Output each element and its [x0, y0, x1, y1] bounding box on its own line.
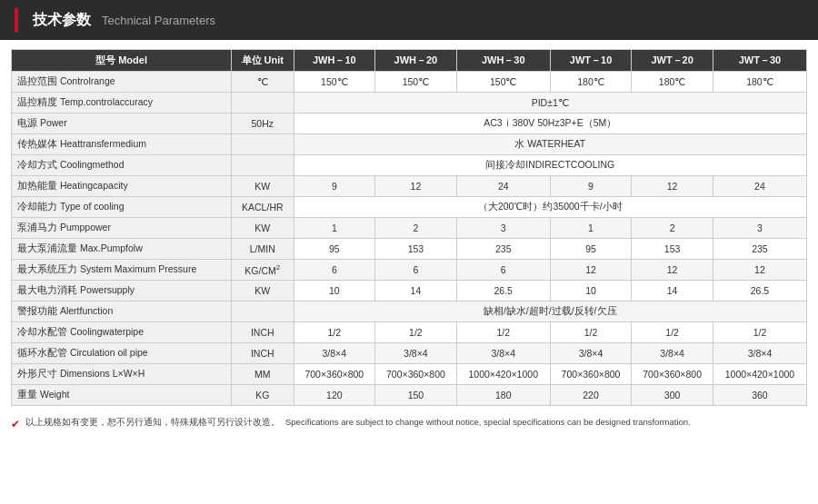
col-jwh20: JWH－20 — [375, 50, 457, 72]
row-label: 电源 Power — [12, 114, 232, 134]
footer-text-cn: 以上规格如有变更，恕不另行通知，特殊规格可另行设计改造。 — [25, 417, 280, 429]
table-wrap: 型号 Model 单位 Unit JWH－10 JWH－20 JWH－30 JW… — [0, 40, 818, 411]
title-cn: 技术参数 — [33, 11, 91, 30]
table-row: 冷却能力 Type of coolingKACL/HR（大200℃时）约3500… — [12, 197, 807, 218]
col-jwt20: JWT－20 — [632, 50, 713, 72]
row-label: 最大系统压力 System Maximum Pressure — [12, 260, 232, 281]
footer-note: ✔ 以上规格如有变更，恕不另行通知，特殊规格可另行设计改造。 Specifica… — [0, 411, 818, 434]
row-value: 24 — [713, 176, 806, 197]
row-unit — [232, 155, 294, 176]
row-value: 12 — [632, 260, 713, 281]
table-row: 最大电力消耗 PowersupplyKW101426.5101426.5 — [12, 281, 807, 301]
table-row: 警报功能 Alertfunction缺相/缺水/超时/过载/反转/欠压 — [12, 301, 807, 322]
row-value: 10 — [294, 281, 375, 301]
row-value: 6 — [456, 260, 550, 281]
table-row: 传热媒体 Heattransfermedium水 WATERHEAT — [12, 134, 807, 155]
params-table: 型号 Model 单位 Unit JWH－10 JWH－20 JWH－30 JW… — [11, 49, 807, 406]
header-accent — [15, 7, 18, 33]
row-value: 120 — [294, 385, 375, 406]
row-value: 150 — [375, 385, 457, 406]
row-value: 26.5 — [713, 281, 806, 301]
row-unit: KACL/HR — [232, 197, 294, 218]
row-unit: INCH — [232, 343, 294, 364]
row-value: 700×360×800 — [550, 364, 632, 385]
table-row: 电源 Power50HzAC3ｉ380V 50Hz3P+E（5M） — [12, 114, 807, 134]
row-value: 3/8×4 — [632, 343, 713, 364]
row-value: 1000×420×1000 — [713, 364, 806, 385]
row-label: 警报功能 Alertfunction — [12, 301, 232, 322]
row-value: 700×360×800 — [294, 364, 375, 385]
row-value: 1/2 — [456, 322, 550, 343]
row-unit — [232, 134, 294, 155]
row-unit: KW — [232, 281, 294, 301]
col-model: 型号 Model — [12, 50, 232, 72]
row-value: 300 — [632, 385, 713, 406]
row-value: 3/8×4 — [713, 343, 806, 364]
table-header-row: 型号 Model 单位 Unit JWH－10 JWH－20 JWH－30 JW… — [12, 50, 807, 72]
row-unit: KW — [232, 176, 294, 197]
row-label: 泵浦马力 Pumppower — [12, 218, 232, 239]
row-span-value: AC3ｉ380V 50Hz3P+E（5M） — [294, 114, 806, 134]
row-value: 95 — [550, 239, 632, 260]
row-value: 180 — [456, 385, 550, 406]
row-value: 153 — [632, 239, 713, 260]
row-value: 1/2 — [713, 322, 806, 343]
row-value: 14 — [375, 281, 457, 301]
row-value: 24 — [456, 176, 550, 197]
col-unit: 单位 Unit — [232, 50, 294, 72]
row-value: 1/2 — [375, 322, 457, 343]
row-unit — [232, 93, 294, 114]
table-row: 重量 WeightKG120150180220300360 — [12, 385, 807, 406]
table-row: 温控范围 Controlrange℃150℃150℃150℃180℃180℃18… — [12, 72, 807, 93]
row-value: 1 — [294, 218, 375, 239]
row-unit: KG/CM2 — [232, 260, 294, 281]
row-value: 220 — [550, 385, 632, 406]
row-value: 1/2 — [294, 322, 375, 343]
table-row: 最大系统压力 System Maximum PressureKG/CM26661… — [12, 260, 807, 281]
row-unit: KW — [232, 218, 294, 239]
row-unit: L/MIN — [232, 239, 294, 260]
row-value: 235 — [456, 239, 550, 260]
table-row: 温控精度 Temp.controlaccuracyPID±1℃ — [12, 93, 807, 114]
row-value: 3 — [456, 218, 550, 239]
table-row: 循环水配管 Circulation oil pipeINCH3/8×43/8×4… — [12, 343, 807, 364]
row-value: 150℃ — [294, 72, 375, 93]
row-label: 加热能量 Heatingcapacity — [12, 176, 232, 197]
row-span-value: 间接冷却INDIRECTCOOLING — [294, 155, 806, 176]
table-row: 泵浦马力 PumppowerKW123123 — [12, 218, 807, 239]
row-value: 700×360×800 — [632, 364, 713, 385]
row-label: 冷却方式 Coolingmethod — [12, 155, 232, 176]
row-value: 6 — [375, 260, 457, 281]
row-label: 温控范围 Controlrange — [12, 72, 232, 93]
title-en: Technical Parameters — [102, 14, 215, 27]
row-value: 6 — [294, 260, 375, 281]
row-unit — [232, 301, 294, 322]
row-label: 传热媒体 Heattransfermedium — [12, 134, 232, 155]
row-value: 180℃ — [550, 72, 632, 93]
row-value: 235 — [713, 239, 806, 260]
row-value: 150℃ — [375, 72, 457, 93]
row-value: 3/8×4 — [375, 343, 457, 364]
table-row: 最大泵浦流量 Max.PumpfolwL/MIN9515323595153235 — [12, 239, 807, 260]
row-value: 95 — [294, 239, 375, 260]
row-value: 1/2 — [550, 322, 632, 343]
row-value: 2 — [375, 218, 457, 239]
row-value: 150℃ — [456, 72, 550, 93]
row-value: 3/8×4 — [294, 343, 375, 364]
row-value: 9 — [550, 176, 632, 197]
row-value: 12 — [375, 176, 457, 197]
row-value: 700×360×800 — [375, 364, 457, 385]
row-value: 12 — [713, 260, 806, 281]
table-row: 外形尺寸 Dimensions L×W×HMM700×360×800700×36… — [12, 364, 807, 385]
table-row: 冷却水配管 CoolingwaterpipeINCH1/21/21/21/21/… — [12, 322, 807, 343]
row-label: 重量 Weight — [12, 385, 232, 406]
row-value: 14 — [632, 281, 713, 301]
row-label: 冷却能力 Type of cooling — [12, 197, 232, 218]
row-unit: KG — [232, 385, 294, 406]
row-value: 3/8×4 — [550, 343, 632, 364]
row-label: 冷却水配管 Coolingwaterpipe — [12, 322, 232, 343]
row-label: 温控精度 Temp.controlaccuracy — [12, 93, 232, 114]
row-label: 循环水配管 Circulation oil pipe — [12, 343, 232, 364]
row-unit: 50Hz — [232, 114, 294, 134]
row-value: 9 — [294, 176, 375, 197]
